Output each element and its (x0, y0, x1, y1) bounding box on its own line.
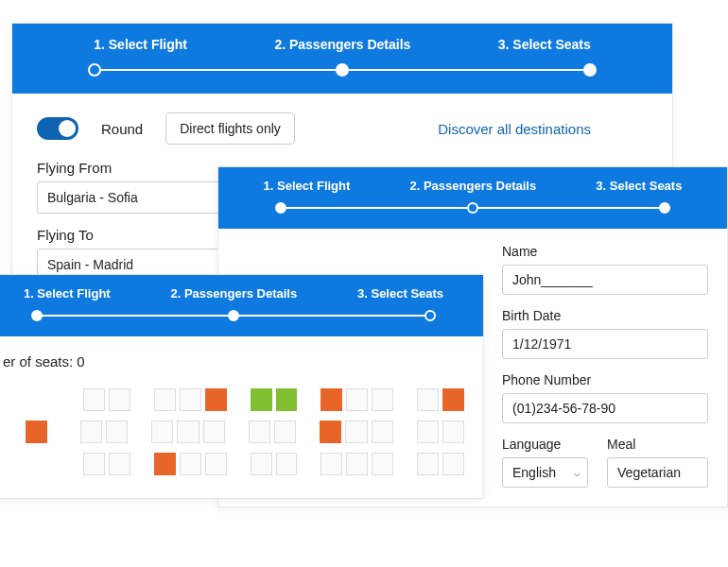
step-2-dot[interactable] (467, 202, 478, 214)
stepper: 1. Select Flight 2. Passengers Details 3… (12, 24, 672, 94)
round-trip-toggle[interactable] (37, 117, 78, 140)
language-select[interactable]: English (502, 457, 588, 488)
seat[interactable] (83, 388, 105, 411)
step-2-label: 2. Passengers Details (409, 179, 536, 193)
seat-occupied[interactable] (320, 421, 341, 443)
seat[interactable] (417, 388, 439, 411)
seat-occupied[interactable] (154, 453, 176, 475)
seat[interactable] (203, 421, 225, 443)
meal-select[interactable]: Vegetarian (607, 457, 708, 488)
seat[interactable] (180, 453, 201, 475)
phone-label: Phone Number (502, 372, 708, 387)
seat[interactable] (106, 421, 128, 443)
step-1-label: 1. Select Flight (264, 179, 351, 193)
name-input[interactable] (502, 265, 708, 295)
seat-selected[interactable] (276, 388, 298, 411)
seat-occupied[interactable] (321, 388, 342, 411)
step-3-label: 3. Select Seats (357, 286, 443, 301)
seat-occupied[interactable] (205, 388, 227, 411)
birthdate-label: Birth Date (502, 308, 708, 323)
seat-map (3, 388, 464, 475)
seat-selected[interactable] (251, 388, 272, 411)
step-1-label: 1. Select Flight (24, 286, 111, 301)
step-2-dot[interactable] (336, 63, 349, 77)
seat[interactable] (442, 421, 464, 443)
step-connector (239, 315, 425, 317)
seat[interactable] (154, 388, 176, 411)
step-2-label: 2. Passengers Details (274, 37, 410, 52)
seat[interactable] (109, 453, 130, 475)
seat[interactable] (417, 421, 439, 443)
seat[interactable] (83, 453, 105, 475)
seat[interactable] (321, 453, 342, 475)
seat[interactable] (205, 453, 227, 475)
seat[interactable] (372, 421, 393, 443)
seat[interactable] (442, 453, 464, 475)
seat-occupied[interactable] (442, 388, 464, 411)
seat[interactable] (180, 388, 201, 411)
step-connector (101, 69, 336, 71)
step-2-dot[interactable] (228, 310, 239, 321)
step-1-dot[interactable] (275, 202, 286, 214)
language-label: Language (502, 437, 588, 452)
seat[interactable] (345, 421, 367, 443)
discover-destinations-link[interactable]: Discover all destinations (438, 121, 591, 137)
seat[interactable] (109, 388, 130, 411)
seat-row (26, 421, 464, 443)
step-connector (286, 207, 467, 209)
name-label: Name (502, 244, 708, 259)
seat[interactable] (346, 388, 368, 411)
select-seats-card: 1. Select Flight 2. Passengers Details 3… (0, 274, 484, 499)
step-3-dot[interactable] (425, 310, 436, 321)
step-2-label: 2. Passengers Details (170, 286, 297, 301)
step-3-dot[interactable] (659, 202, 670, 214)
seat[interactable] (249, 421, 270, 443)
step-connector (43, 315, 228, 317)
seat[interactable] (276, 453, 298, 475)
seat[interactable] (417, 453, 439, 475)
seat-row (26, 388, 464, 411)
seat[interactable] (251, 453, 272, 475)
meal-label: Meal (607, 437, 708, 452)
seats-count-label: er of seats: 0 (3, 353, 464, 369)
phone-input[interactable] (502, 393, 708, 423)
step-3-label: 3. Select Seats (498, 37, 591, 52)
seat[interactable] (372, 453, 393, 475)
step-1-label: 1. Select Flight (94, 37, 187, 52)
seat[interactable] (177, 421, 199, 443)
step-connector (478, 207, 659, 209)
seat[interactable] (346, 453, 368, 475)
birthdate-input[interactable] (502, 329, 708, 359)
seat[interactable] (274, 421, 296, 443)
stepper: 1. Select Flight 2. Passengers Details 3… (218, 167, 727, 229)
seat-occupied[interactable] (26, 421, 47, 443)
seat-row (26, 453, 464, 475)
step-1-dot[interactable] (31, 310, 43, 321)
seat[interactable] (151, 421, 173, 443)
direct-flights-button[interactable]: Direct flights only (165, 112, 295, 145)
step-3-label: 3. Select Seats (596, 179, 682, 193)
seat[interactable] (372, 388, 393, 411)
seat[interactable] (80, 421, 102, 443)
step-1-dot[interactable] (88, 63, 101, 77)
stepper: 1. Select Flight 2. Passengers Details 3… (0, 275, 483, 336)
step-connector (349, 69, 583, 71)
step-3-dot[interactable] (583, 63, 597, 77)
round-trip-label: Round (101, 121, 143, 137)
flying-from-input[interactable] (37, 181, 245, 214)
